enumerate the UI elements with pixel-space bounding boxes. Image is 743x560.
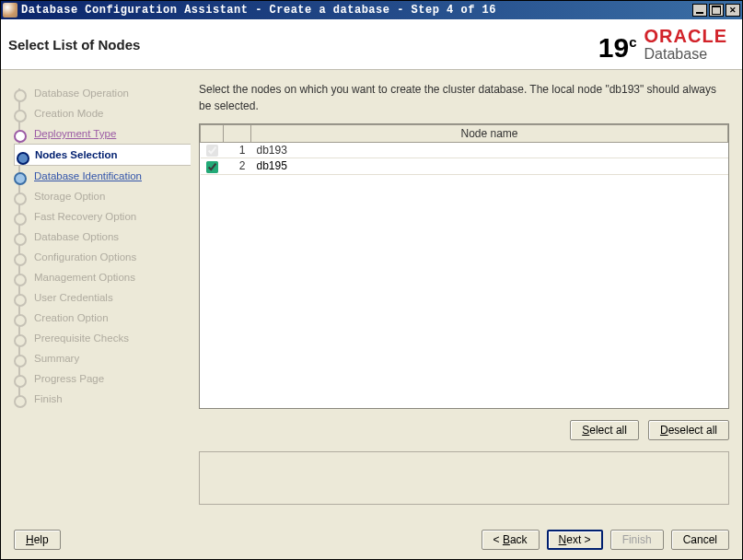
window-controls: ✕ bbox=[692, 4, 740, 17]
window-title: Database Configuration Assistant - Creat… bbox=[21, 4, 692, 17]
sidebar-step-13: Summary bbox=[14, 348, 184, 368]
node-row[interactable]: 1db193 bbox=[201, 143, 728, 158]
back-button[interactable]: < Back bbox=[482, 530, 540, 550]
col-check bbox=[201, 125, 224, 143]
page-title: Select List of Nodes bbox=[8, 37, 140, 52]
oracle-logo-text: ORACLE bbox=[644, 27, 727, 45]
sidebar-step-1: Creation Mode bbox=[14, 103, 184, 123]
oracle-product-text: Database bbox=[644, 47, 708, 62]
sidebar-step-0: Database Operation bbox=[14, 83, 184, 103]
sidebar-step-15: Finish bbox=[14, 389, 184, 409]
cancel-button[interactable]: Cancel bbox=[671, 530, 729, 550]
help-button[interactable]: Help bbox=[14, 530, 61, 550]
col-nodename: Node name bbox=[251, 125, 728, 143]
window: Database Configuration Assistant - Creat… bbox=[0, 0, 743, 560]
sidebar-step-3: Nodes Selection bbox=[14, 144, 191, 166]
sidebar-step-7: Database Options bbox=[14, 227, 184, 247]
sidebar-step-2[interactable]: Deployment Type bbox=[14, 123, 184, 144]
nodes-table: Node name 1db1932db195 bbox=[199, 123, 729, 409]
footer: Help < Back Next > Finish Cancel bbox=[1, 522, 742, 559]
sidebar-step-11: Creation Option bbox=[14, 308, 184, 328]
node-row[interactable]: 2db195 bbox=[201, 158, 728, 174]
finish-button: Finish bbox=[610, 530, 664, 550]
deselect-all-button[interactable]: Deselect all bbox=[648, 420, 729, 440]
sidebar-step-4[interactable]: Database Identification bbox=[14, 166, 184, 186]
content: Database OperationCreation ModeDeploymen… bbox=[1, 70, 742, 522]
node-name: db193 bbox=[251, 143, 728, 158]
main-panel: Select the nodes on which you want to cr… bbox=[190, 70, 742, 522]
next-button[interactable]: Next > bbox=[547, 530, 603, 550]
node-number: 1 bbox=[224, 143, 251, 158]
node-name: db195 bbox=[251, 158, 728, 174]
close-button[interactable]: ✕ bbox=[726, 4, 740, 17]
instruction-text: Select the nodes on which you want to cr… bbox=[199, 81, 729, 114]
header: Select List of Nodes 19c ORACLE Database bbox=[1, 19, 742, 70]
app-icon bbox=[3, 3, 17, 18]
sidebar-step-14: Progress Page bbox=[14, 368, 184, 389]
titlebar[interactable]: Database Configuration Assistant - Creat… bbox=[1, 1, 742, 19]
wizard-sidebar: Database OperationCreation ModeDeploymen… bbox=[1, 70, 190, 522]
sidebar-step-6: Fast Recovery Option bbox=[14, 206, 184, 227]
node-checkbox[interactable] bbox=[206, 161, 218, 173]
col-num bbox=[224, 125, 251, 143]
brand-version: 19c bbox=[598, 34, 637, 62]
message-area bbox=[199, 451, 729, 505]
select-all-button[interactable]: Select all bbox=[570, 420, 639, 440]
sidebar-step-5: Storage Option bbox=[14, 186, 184, 206]
node-number: 2 bbox=[224, 158, 251, 174]
brand: 19c ORACLE Database bbox=[598, 27, 727, 62]
sidebar-step-12: Prerequisite Checks bbox=[14, 328, 184, 348]
maximize-button[interactable] bbox=[709, 4, 724, 17]
sidebar-step-8: Configuration Options bbox=[14, 247, 184, 267]
sidebar-step-9: Management Options bbox=[14, 267, 184, 287]
minimize-button[interactable] bbox=[692, 4, 707, 17]
node-checkbox bbox=[206, 145, 218, 157]
sidebar-step-10: User Credentials bbox=[14, 287, 184, 308]
